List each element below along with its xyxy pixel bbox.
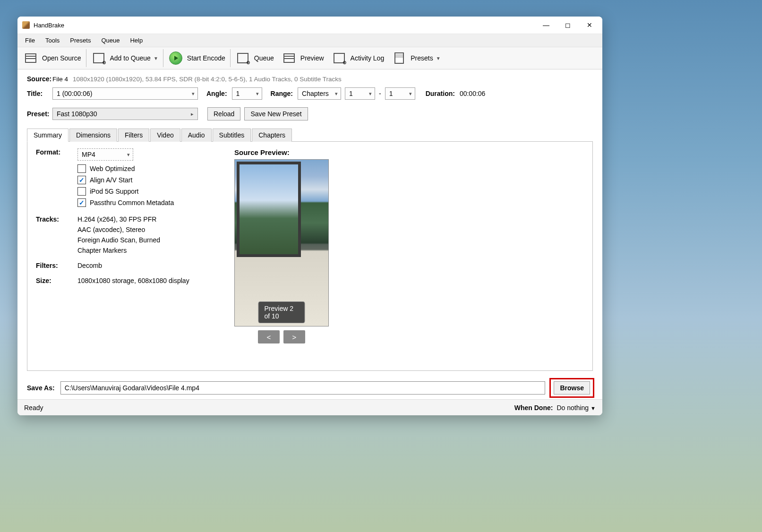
chevron-down-icon: ▼ xyxy=(154,56,158,61)
when-done-select[interactable]: Do nothing▼ xyxy=(557,404,596,412)
checkbox-icon: ✓ xyxy=(77,176,86,184)
ipod-checkbox[interactable]: iPod 5G Support xyxy=(77,187,174,196)
preset-row: Preset: Fast 1080p30 Reload Save New Pre… xyxy=(27,107,593,120)
tracks-list: H.264 (x264), 30 FPS PFR AAC (avcodec), … xyxy=(77,215,160,254)
preview-image: Preview 2 of 10 xyxy=(234,159,329,326)
close-button[interactable]: ✕ xyxy=(579,17,600,33)
checkbox-icon xyxy=(77,164,86,173)
preview-badge: Preview 2 of 10 xyxy=(258,301,305,323)
app-window: HandBrake — ◻ ✕ File Tools Presets Queue… xyxy=(17,17,602,415)
toolbar: Open Source Add to Queue ▼ Start Encode … xyxy=(17,47,602,69)
queue-icon xyxy=(237,53,248,63)
film-icon xyxy=(25,53,36,63)
menu-presets[interactable]: Presets xyxy=(65,35,95,46)
passthru-checkbox[interactable]: ✓ Passthru Common Metadata xyxy=(77,198,174,207)
preview-button[interactable]: Preview xyxy=(278,47,328,69)
summary-panel: Format: MP4 Web Optimized ✓ Align A/V St… xyxy=(27,142,593,371)
title-select[interactable]: 1 (00:00:06) xyxy=(52,87,198,100)
add-to-queue-button[interactable]: Add to Queue ▼ xyxy=(87,47,162,69)
app-title: HandBrake xyxy=(34,22,64,29)
start-encode-button[interactable]: Start Encode xyxy=(164,47,229,69)
web-optimized-checkbox[interactable]: Web Optimized xyxy=(77,164,174,173)
source-file: File 4 xyxy=(52,76,68,83)
maximize-button[interactable]: ◻ xyxy=(557,17,579,33)
range-from-select[interactable]: 1 xyxy=(345,87,375,100)
status-text: Ready xyxy=(24,404,43,412)
open-source-button[interactable]: Open Source xyxy=(19,47,85,69)
tab-summary[interactable]: Summary xyxy=(27,129,68,142)
chevron-down-icon: ▼ xyxy=(591,405,596,411)
tab-dimensions[interactable]: Dimensions xyxy=(69,129,117,142)
preset-select[interactable]: Fast 1080p30 xyxy=(52,108,198,120)
presets-icon xyxy=(394,52,404,64)
presets-button[interactable]: Presets ▼ xyxy=(388,47,444,69)
menu-file[interactable]: File xyxy=(20,35,40,46)
checkbox-icon: ✓ xyxy=(77,198,86,207)
tab-filters[interactable]: Filters xyxy=(118,129,149,142)
app-icon xyxy=(22,21,30,29)
angle-select[interactable]: 1 xyxy=(232,87,262,100)
saveas-input[interactable] xyxy=(60,381,546,395)
menu-tools[interactable]: Tools xyxy=(41,35,64,46)
checkbox-icon xyxy=(77,187,86,196)
minimize-button[interactable]: — xyxy=(535,17,557,33)
tab-chapters[interactable]: Chapters xyxy=(252,129,292,142)
menu-help[interactable]: Help xyxy=(125,35,147,46)
tabstrip: Summary Dimensions Filters Video Audio S… xyxy=(27,128,593,142)
browse-highlight: Browse xyxy=(551,379,593,396)
duration-value: 00:00:06 xyxy=(460,90,486,97)
menu-queue[interactable]: Queue xyxy=(96,35,124,46)
size-value: 1080x1080 storage, 608x1080 display xyxy=(77,277,189,284)
reload-button[interactable]: Reload xyxy=(207,107,240,120)
chevron-down-icon: ▼ xyxy=(436,56,441,61)
picture-add-icon xyxy=(93,53,104,63)
menubar: File Tools Presets Queue Help xyxy=(17,34,602,47)
main-content: Source: File 4 1080x1920 (1080x1920), 53… xyxy=(17,69,602,375)
play-icon xyxy=(169,51,182,65)
format-select[interactable]: MP4 xyxy=(77,148,133,161)
title-row: Title: 1 (00:00:06) Angle: 1 Range: Chap… xyxy=(27,87,593,100)
activity-log-button[interactable]: Activity Log xyxy=(328,47,388,69)
saveas-row: Save As: Browse xyxy=(17,375,602,399)
preview-column: Source Preview: Preview 2 of 10 < > xyxy=(234,148,329,364)
preview-icon xyxy=(283,53,295,63)
preview-next-button[interactable]: > xyxy=(283,330,305,343)
source-metadata: 1080x1920 (1080x1920), 53.84 FPS, SDR (8… xyxy=(73,76,342,83)
status-bar: Ready When Done: Do nothing▼ xyxy=(17,399,602,415)
log-icon xyxy=(334,53,345,63)
titlebar: HandBrake — ◻ ✕ xyxy=(17,17,602,34)
queue-button[interactable]: Queue xyxy=(231,47,278,69)
tab-video[interactable]: Video xyxy=(150,129,180,142)
tab-audio[interactable]: Audio xyxy=(181,129,212,142)
align-av-checkbox[interactable]: ✓ Align A/V Start xyxy=(77,176,174,184)
browse-button[interactable]: Browse xyxy=(554,381,590,395)
tab-subtitles[interactable]: Subtitles xyxy=(213,129,251,142)
filters-value: Decomb xyxy=(77,262,102,269)
range-to-select[interactable]: 1 xyxy=(385,87,415,100)
save-preset-button[interactable]: Save New Preset xyxy=(244,107,308,120)
source-row: Source: File 4 1080x1920 (1080x1920), 53… xyxy=(27,75,593,83)
preview-prev-button[interactable]: < xyxy=(258,330,280,343)
range-mode-select[interactable]: Chapters xyxy=(298,87,341,100)
